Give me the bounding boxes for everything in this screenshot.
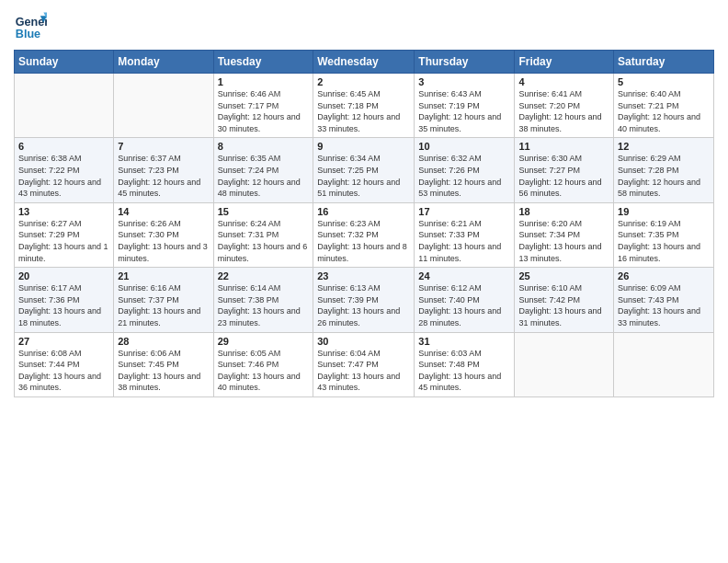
day-cell: 29Sunrise: 6:05 AM Sunset: 7:46 PM Dayli… (213, 332, 313, 396)
day-cell: 10Sunrise: 6:32 AM Sunset: 7:26 PM Dayli… (415, 138, 515, 202)
weekday-header-friday: Friday (515, 51, 614, 74)
page: General Blue SundayMondayTuesdayWednesda… (0, 0, 728, 563)
day-cell: 6Sunrise: 6:38 AM Sunset: 7:22 PM Daylig… (15, 138, 114, 202)
day-info: Sunrise: 6:05 AM Sunset: 7:46 PM Dayligh… (218, 348, 310, 394)
weekday-header-saturday: Saturday (614, 51, 714, 74)
calendar-table: SundayMondayTuesdayWednesdayThursdayFrid… (14, 50, 714, 397)
day-info: Sunrise: 6:17 AM Sunset: 7:36 PM Dayligh… (18, 282, 109, 328)
day-cell: 27Sunrise: 6:08 AM Sunset: 7:44 PM Dayli… (15, 332, 114, 396)
day-info: Sunrise: 6:24 AM Sunset: 7:31 PM Dayligh… (218, 218, 310, 264)
day-number: 26 (618, 270, 710, 282)
day-info: Sunrise: 6:40 AM Sunset: 7:21 PM Dayligh… (618, 88, 710, 134)
day-number: 4 (518, 76, 609, 87)
day-number: 8 (218, 141, 310, 152)
day-info: Sunrise: 6:03 AM Sunset: 7:48 PM Dayligh… (418, 348, 510, 394)
day-info: Sunrise: 6:30 AM Sunset: 7:27 PM Dayligh… (518, 153, 609, 199)
day-info: Sunrise: 6:26 AM Sunset: 7:30 PM Dayligh… (118, 218, 209, 264)
day-cell (614, 332, 714, 396)
week-row-5: 27Sunrise: 6:08 AM Sunset: 7:44 PM Dayli… (15, 332, 714, 396)
day-cell: 28Sunrise: 6:06 AM Sunset: 7:45 PM Dayli… (114, 332, 213, 396)
day-number: 21 (118, 270, 209, 282)
day-info: Sunrise: 6:23 AM Sunset: 7:32 PM Dayligh… (317, 218, 410, 264)
weekday-header-row: SundayMondayTuesdayWednesdayThursdayFrid… (15, 51, 714, 74)
day-info: Sunrise: 6:35 AM Sunset: 7:24 PM Dayligh… (218, 153, 310, 199)
day-info: Sunrise: 6:09 AM Sunset: 7:43 PM Dayligh… (618, 282, 710, 328)
day-number: 20 (18, 270, 109, 282)
day-cell: 30Sunrise: 6:04 AM Sunset: 7:47 PM Dayli… (313, 332, 415, 396)
day-number: 22 (218, 270, 310, 282)
day-cell (15, 74, 114, 138)
day-number: 7 (118, 141, 209, 152)
day-info: Sunrise: 6:45 AM Sunset: 7:18 PM Dayligh… (317, 88, 410, 134)
day-cell: 24Sunrise: 6:12 AM Sunset: 7:40 PM Dayli… (415, 268, 515, 332)
day-info: Sunrise: 6:06 AM Sunset: 7:45 PM Dayligh… (118, 348, 209, 394)
day-number: 24 (418, 270, 510, 282)
day-info: Sunrise: 6:12 AM Sunset: 7:40 PM Dayligh… (418, 282, 510, 328)
day-info: Sunrise: 6:29 AM Sunset: 7:28 PM Dayligh… (618, 153, 710, 199)
weekday-header-monday: Monday (114, 51, 213, 74)
day-info: Sunrise: 6:38 AM Sunset: 7:22 PM Dayligh… (18, 153, 109, 199)
day-cell: 22Sunrise: 6:14 AM Sunset: 7:38 PM Dayli… (213, 268, 313, 332)
day-info: Sunrise: 6:14 AM Sunset: 7:38 PM Dayligh… (218, 282, 310, 328)
day-number: 18 (518, 206, 609, 217)
day-number: 15 (218, 206, 310, 217)
day-cell: 2Sunrise: 6:45 AM Sunset: 7:18 PM Daylig… (313, 74, 415, 138)
day-cell: 13Sunrise: 6:27 AM Sunset: 7:29 PM Dayli… (15, 202, 114, 267)
day-info: Sunrise: 6:21 AM Sunset: 7:33 PM Dayligh… (418, 218, 510, 264)
day-cell: 16Sunrise: 6:23 AM Sunset: 7:32 PM Dayli… (313, 202, 415, 267)
day-cell: 9Sunrise: 6:34 AM Sunset: 7:25 PM Daylig… (313, 138, 415, 202)
svg-text:Blue: Blue (16, 28, 40, 40)
day-number: 2 (317, 76, 410, 87)
week-row-3: 13Sunrise: 6:27 AM Sunset: 7:29 PM Dayli… (15, 202, 714, 267)
weekday-header-thursday: Thursday (415, 51, 515, 74)
day-info: Sunrise: 6:41 AM Sunset: 7:20 PM Dayligh… (518, 88, 609, 134)
day-number: 29 (218, 336, 310, 347)
day-info: Sunrise: 6:32 AM Sunset: 7:26 PM Dayligh… (418, 153, 510, 199)
day-number: 31 (418, 336, 510, 347)
day-number: 1 (218, 76, 310, 87)
day-info: Sunrise: 6:37 AM Sunset: 7:23 PM Dayligh… (118, 153, 209, 199)
day-number: 30 (317, 336, 410, 347)
day-number: 19 (618, 206, 710, 217)
day-number: 23 (317, 270, 410, 282)
day-number: 3 (418, 76, 510, 87)
day-cell: 1Sunrise: 6:46 AM Sunset: 7:17 PM Daylig… (213, 74, 313, 138)
day-cell: 4Sunrise: 6:41 AM Sunset: 7:20 PM Daylig… (515, 74, 614, 138)
day-info: Sunrise: 6:43 AM Sunset: 7:19 PM Dayligh… (418, 88, 510, 134)
weekday-header-tuesday: Tuesday (213, 51, 313, 74)
day-cell: 12Sunrise: 6:29 AM Sunset: 7:28 PM Dayli… (614, 138, 714, 202)
day-cell (114, 74, 213, 138)
day-cell: 5Sunrise: 6:40 AM Sunset: 7:21 PM Daylig… (614, 74, 714, 138)
day-cell: 11Sunrise: 6:30 AM Sunset: 7:27 PM Dayli… (515, 138, 614, 202)
day-cell: 20Sunrise: 6:17 AM Sunset: 7:36 PM Dayli… (15, 268, 114, 332)
logo: General Blue (14, 9, 51, 42)
day-number: 10 (418, 141, 510, 152)
day-info: Sunrise: 6:19 AM Sunset: 7:35 PM Dayligh… (618, 218, 710, 264)
day-cell: 3Sunrise: 6:43 AM Sunset: 7:19 PM Daylig… (415, 74, 515, 138)
day-cell: 19Sunrise: 6:19 AM Sunset: 7:35 PM Dayli… (614, 202, 714, 267)
day-number: 14 (118, 206, 209, 217)
day-cell: 17Sunrise: 6:21 AM Sunset: 7:33 PM Dayli… (415, 202, 515, 267)
weekday-header-sunday: Sunday (15, 51, 114, 74)
week-row-1: 1Sunrise: 6:46 AM Sunset: 7:17 PM Daylig… (15, 74, 714, 138)
day-info: Sunrise: 6:34 AM Sunset: 7:25 PM Dayligh… (317, 153, 410, 199)
week-row-4: 20Sunrise: 6:17 AM Sunset: 7:36 PM Dayli… (15, 268, 714, 332)
day-number: 12 (618, 141, 710, 152)
day-number: 17 (418, 206, 510, 217)
day-cell: 23Sunrise: 6:13 AM Sunset: 7:39 PM Dayli… (313, 268, 415, 332)
day-number: 5 (618, 76, 710, 87)
day-cell: 8Sunrise: 6:35 AM Sunset: 7:24 PM Daylig… (213, 138, 313, 202)
day-cell (515, 332, 614, 396)
day-cell: 18Sunrise: 6:20 AM Sunset: 7:34 PM Dayli… (515, 202, 614, 267)
day-number: 28 (118, 336, 209, 347)
day-info: Sunrise: 6:16 AM Sunset: 7:37 PM Dayligh… (118, 282, 209, 328)
day-info: Sunrise: 6:20 AM Sunset: 7:34 PM Dayligh… (518, 218, 609, 264)
logo-icon: General Blue (14, 9, 47, 42)
weekday-header-wednesday: Wednesday (313, 51, 415, 74)
day-cell: 31Sunrise: 6:03 AM Sunset: 7:48 PM Dayli… (415, 332, 515, 396)
day-cell: 14Sunrise: 6:26 AM Sunset: 7:30 PM Dayli… (114, 202, 213, 267)
day-number: 9 (317, 141, 410, 152)
day-info: Sunrise: 6:08 AM Sunset: 7:44 PM Dayligh… (18, 348, 109, 394)
day-cell: 7Sunrise: 6:37 AM Sunset: 7:23 PM Daylig… (114, 138, 213, 202)
day-number: 16 (317, 206, 410, 217)
